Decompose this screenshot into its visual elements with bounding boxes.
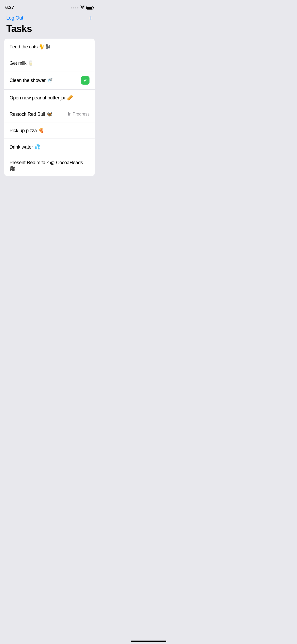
task-text: Get milk 🥛 <box>10 60 89 66</box>
task-text: Pick up pizza 🍕 <box>10 128 89 134</box>
task-text: Drink water 💦 <box>10 144 89 150</box>
tasks-list: Feed the cats 🐈🐈‍⬛Get milk 🥛Clean the sh… <box>4 39 95 176</box>
page-title: Tasks <box>0 23 99 39</box>
task-item[interactable]: Restock Red Bull 🦋In Progress <box>4 106 95 122</box>
task-status-badge: In Progress <box>68 112 89 117</box>
task-text: Restock Red Bull 🦋 <box>10 111 66 117</box>
task-item[interactable]: Present Realm talk @ CocoaHeads 🎥 <box>4 155 95 176</box>
battery-icon <box>86 6 94 10</box>
status-icons <box>71 6 94 10</box>
task-item[interactable]: Clean the shower 🚿✓ <box>4 71 95 90</box>
task-text: Clean the shower 🚿 <box>10 77 78 83</box>
task-text: Open new peanut butter jar 🥜 <box>10 95 89 101</box>
task-item[interactable]: Open new peanut butter jar 🥜 <box>4 90 95 106</box>
task-item[interactable]: Pick up pizza 🍕 <box>4 122 95 139</box>
checkmark-icon: ✓ <box>83 77 87 83</box>
task-item[interactable]: Drink water 💦 <box>4 139 95 155</box>
signal-icon <box>71 7 78 8</box>
status-bar: 6:37 <box>0 0 99 12</box>
nav-bar: Log Out + <box>0 12 99 23</box>
wifi-icon <box>80 6 85 10</box>
task-checkbox-checked[interactable]: ✓ <box>81 76 89 85</box>
task-item[interactable]: Get milk 🥛 <box>4 55 95 71</box>
task-text: Present Realm talk @ CocoaHeads 🎥 <box>10 160 89 171</box>
status-time: 6:37 <box>5 5 14 10</box>
task-item[interactable]: Feed the cats 🐈🐈‍⬛ <box>4 39 95 55</box>
add-task-button[interactable]: + <box>89 15 93 21</box>
task-text: Feed the cats 🐈🐈‍⬛ <box>10 44 89 50</box>
logout-button[interactable]: Log Out <box>6 15 23 21</box>
